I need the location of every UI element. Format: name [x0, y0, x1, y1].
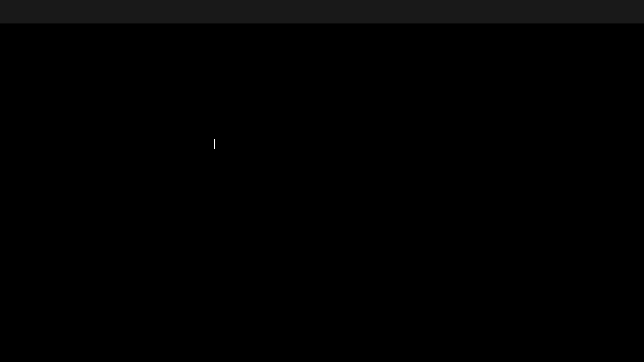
- top-bar: [0, 0, 644, 23]
- text-caret: [214, 139, 215, 149]
